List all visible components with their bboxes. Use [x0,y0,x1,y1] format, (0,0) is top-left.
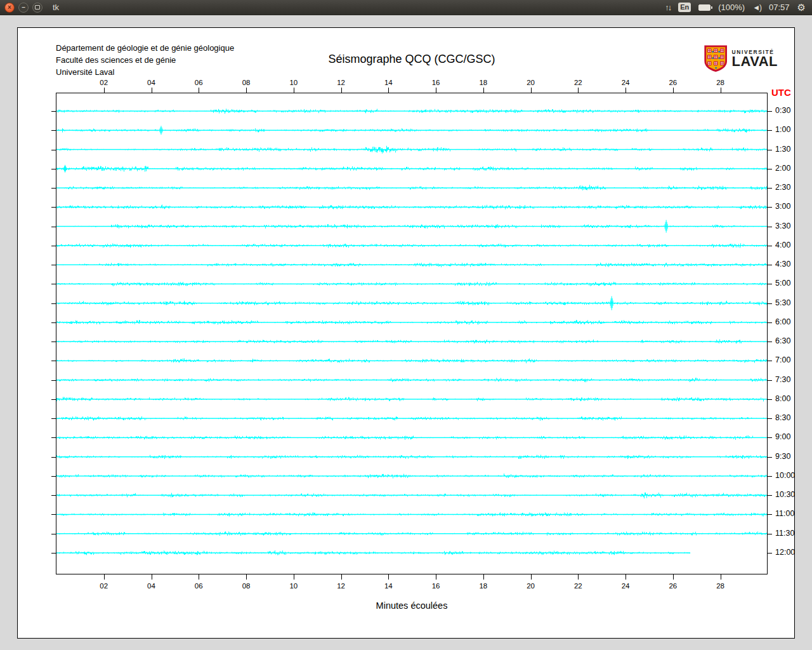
row-tick [51,207,56,208]
row-tick [51,284,56,284]
battery-icon[interactable] [698,4,710,11]
utc-row-label: 9:00 [775,432,790,442]
row-tick [768,553,772,554]
x-tick [152,574,152,580]
x-tick [246,574,247,580]
row-tick [768,188,772,189]
maximize-icon [35,5,40,10]
x-tick [104,574,105,580]
x-tick-label: 22 [568,581,587,590]
utc-row-label: 10:30 [775,490,795,500]
x-tick-label: 06 [189,581,208,590]
x-tick-label: 24 [616,78,635,87]
x-tick [436,574,436,580]
desktop: × – tk ↑↓ En (100%) ◄) 07:57 ⚙ Départeme… [0,0,812,650]
network-arrows-icon[interactable]: ↑↓ [665,3,671,12]
utc-row-label: 1:30 [775,145,790,154]
x-tick-label: 22 [568,78,587,87]
utc-row-label: 3:00 [775,202,790,211]
x-tick-label: 10 [284,78,303,87]
clock[interactable]: 07:57 [769,3,790,12]
institution-line: Université Laval [56,66,234,78]
x-tick-label: 26 [664,78,683,87]
row-tick [768,514,772,515]
utc-row-label: 8:30 [775,413,790,423]
volume-icon[interactable]: ◄) [752,3,761,12]
row-tick [51,534,56,534]
row-tick [768,322,772,323]
seismograph-window: Département de géologie et de génie géol… [17,27,795,639]
laval-logo-text: UNIVERSITÉ LAVAL [731,49,778,68]
x-tick-label: 14 [379,78,398,87]
row-tick [51,111,56,112]
row-tick [51,437,56,438]
x-tick [246,88,247,93]
x-tick [625,88,626,93]
utc-row-label: 7:00 [775,355,790,365]
gear-icon[interactable]: ⚙ [797,3,806,12]
maximize-button[interactable] [32,3,43,13]
row-tick [51,342,56,342]
row-tick [768,130,772,131]
row-tick [51,457,56,458]
x-tick [531,88,532,93]
utc-row-label: 3:30 [775,222,790,231]
row-tick [51,361,56,361]
x-tick-label: 20 [521,78,540,87]
x-tick [199,88,199,93]
keyboard-layout-indicator[interactable]: En [678,3,691,12]
x-tick [721,574,721,580]
x-tick [483,88,484,93]
x-tick-label: 10 [284,581,303,590]
x-tick-label: 08 [237,581,256,590]
row-tick [768,534,772,534]
row-tick [768,111,772,112]
x-tick [578,574,579,580]
x-tick [341,88,342,93]
x-tick [152,88,152,93]
battery-percent: (100%) [718,3,745,12]
row-tick [768,380,772,381]
row-tick [768,495,772,496]
utc-row-label: 12:00 [775,548,795,557]
row-tick [51,130,56,131]
utc-row-label: 1:00 [775,125,790,135]
row-tick [768,437,772,438]
row-tick [51,495,56,496]
x-tick-label: 04 [142,78,161,87]
x-tick [483,574,484,580]
close-button[interactable]: × [4,3,15,13]
row-tick [768,361,772,361]
row-tick [768,227,772,227]
x-tick-label: 12 [332,581,351,590]
x-tick [625,574,626,580]
laval-logo: UNIVERSITÉ LAVAL [704,44,778,73]
row-tick [768,207,772,208]
x-tick [721,88,721,93]
x-tick [388,88,389,93]
x-tick-label: 26 [664,581,683,590]
utc-row-label: 10:00 [775,471,795,481]
x-tick-label: 02 [95,78,114,87]
row-tick [51,265,56,265]
utc-row-label: 5:00 [775,279,790,288]
utc-row-label: 11:30 [775,529,794,538]
utc-row-label: 5:30 [775,298,790,308]
row-tick [768,265,772,265]
window-title: tk [53,3,59,12]
x-tick-label: 18 [474,581,493,590]
x-tick-label: 24 [616,581,635,590]
x-tick-label: 16 [426,581,445,590]
utc-row-label: 8:00 [775,394,790,404]
row-tick [51,380,56,381]
utc-row-label: 2:30 [775,183,790,192]
row-tick [51,476,56,477]
logo-laval: LAVAL [731,55,778,68]
seismogram-trace-canvas [56,93,767,574]
row-tick [768,303,772,304]
row-tick [51,514,56,515]
minimize-button[interactable]: – [18,3,29,13]
row-tick [768,150,772,150]
x-tick [294,88,294,93]
utc-axis-label: UTC [771,87,791,98]
